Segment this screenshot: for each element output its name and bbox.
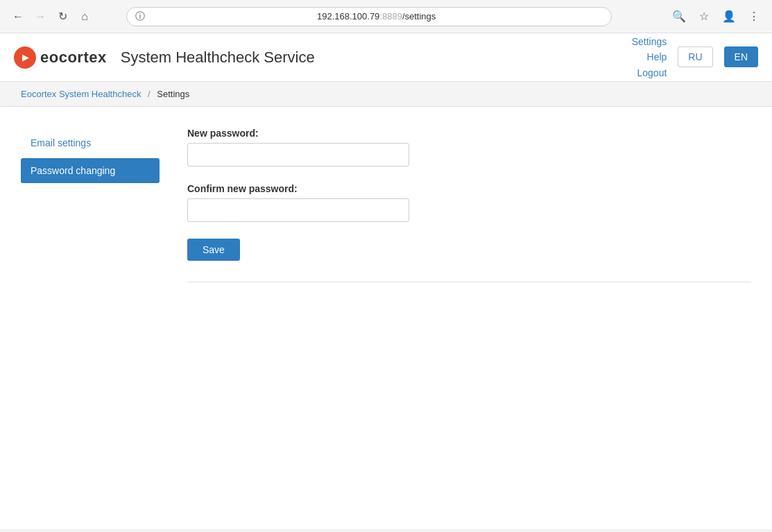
breadcrumb-separator: / (148, 89, 151, 99)
settings-link[interactable]: Settings (632, 34, 667, 49)
logo-icon (14, 46, 36, 69)
header-links: Settings Help Logout (632, 34, 667, 80)
browser-chrome: ← → ↻ ⌂ ⓘ 192.168.100.79:8889/settings 🔍… (0, 0, 772, 33)
sidebar-item-email-settings[interactable]: Email settings (21, 130, 160, 155)
nav-buttons: ← → ↻ ⌂ (8, 7, 94, 26)
sidebar-item-password-changing[interactable]: Password changing (21, 158, 160, 183)
header-nav: Settings Help Logout RU EN (632, 34, 758, 80)
address-bar[interactable]: ⓘ 192.168.100.79:8889/settings (126, 7, 612, 26)
confirm-password-label: Confirm new password: (187, 183, 751, 194)
logo-text: eocortex (40, 49, 107, 67)
logout-link[interactable]: Logout (637, 65, 667, 80)
info-icon: ⓘ (135, 10, 145, 23)
content-layout: Email settings Password changing New pas… (21, 128, 751, 282)
app-title: System Healthcheck Service (121, 49, 315, 67)
reload-button[interactable]: ↻ (53, 7, 72, 26)
forward-button[interactable]: → (31, 7, 50, 26)
new-password-label: New password: (187, 128, 751, 139)
url-text: 192.168.100.79:8889/settings (151, 11, 603, 22)
breadcrumb: Eocortex System Healthcheck / Settings (0, 82, 772, 107)
lang-ru-button[interactable]: RU (678, 46, 712, 67)
back-button[interactable]: ← (8, 7, 28, 26)
help-link[interactable]: Help (647, 49, 667, 65)
bookmark-button[interactable]: ☆ (694, 7, 714, 26)
save-button[interactable]: Save (187, 239, 240, 261)
confirm-password-group: Confirm new password: (187, 183, 751, 222)
profile-button[interactable]: 👤 (719, 7, 739, 26)
logo: eocortex (14, 46, 107, 69)
search-button[interactable]: 🔍 (669, 7, 689, 26)
form-divider (187, 282, 751, 282)
home-button[interactable]: ⌂ (75, 7, 94, 26)
browser-actions: 🔍 ☆ 👤 ⋮ (669, 7, 764, 26)
form-area: New password: Confirm new password: Save (173, 128, 751, 282)
app-header: eocortex System Healthcheck Service Sett… (0, 33, 772, 82)
new-password-group: New password: (187, 128, 751, 166)
save-group: Save (187, 239, 751, 261)
breadcrumb-current: Settings (157, 89, 189, 99)
breadcrumb-home[interactable]: Eocortex System Healthcheck (21, 89, 141, 99)
confirm-password-input[interactable] (187, 198, 409, 222)
main-content: Email settings Password changing New pas… (0, 107, 772, 529)
sidebar-nav: Email settings Password changing (21, 128, 160, 282)
lang-en-button[interactable]: EN (724, 46, 758, 67)
menu-button[interactable]: ⋮ (744, 7, 764, 26)
new-password-input[interactable] (187, 143, 409, 166)
